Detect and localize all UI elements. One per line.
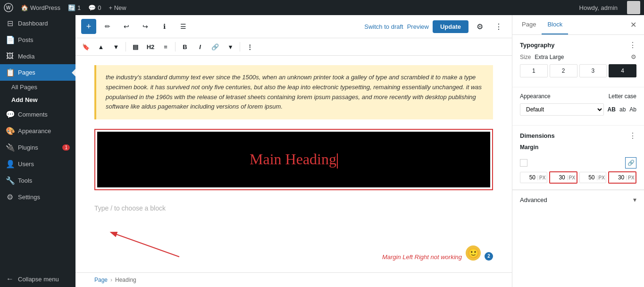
preview-button[interactable]: Preview — [407, 23, 429, 30]
comments-item[interactable]: 💬 0 — [88, 4, 101, 11]
vertical-dots-icon: ⋮ — [495, 22, 502, 31]
site-name-item[interactable]: 🏠 WordPress — [21, 4, 60, 11]
editor-content[interactable]: the industry's standard dummy text ever … — [75, 56, 512, 272]
sidebar-item-users[interactable]: 👤 Users — [0, 156, 75, 172]
move-up-button[interactable]: ▲ — [94, 40, 108, 53]
advanced-section[interactable]: Advanced ▾ — [512, 190, 644, 209]
margin-bottom-input-group: PX — [579, 172, 607, 183]
sidebar-item-label: Users — [18, 160, 34, 168]
size-btn-3[interactable]: 3 — [579, 64, 607, 77]
margin-top-input[interactable] — [520, 172, 537, 183]
breadcrumb-page-link[interactable]: Page — [94, 277, 108, 283]
type-placeholder[interactable]: Type / to choose a block — [94, 200, 493, 217]
sidebar-item-dashboard[interactable]: ⊟ Dashboard — [0, 15, 75, 32]
sidebar-item-plugins[interactable]: 🔌 Plugins 1 — [0, 139, 75, 156]
sidebar-item-settings[interactable]: ⚙ Settings — [0, 189, 75, 205]
toolbar-separator-3 — [240, 42, 240, 51]
size-buttons: 1 2 3 4 — [520, 64, 636, 77]
add-block-button[interactable]: + — [81, 19, 96, 34]
dropdown-button[interactable]: ▾ — [224, 40, 237, 53]
chevron-down-icon: ▼ — [113, 43, 119, 51]
admin-avatar[interactable] — [627, 1, 640, 14]
margin-checkbox[interactable] — [520, 159, 527, 167]
heading-level-button[interactable]: H2 — [144, 40, 157, 53]
margin-top-controls: 🔗 — [520, 157, 636, 169]
comments-icon: 💬 — [88, 4, 96, 11]
margin-left-input[interactable] — [550, 172, 567, 183]
tools-toggle-button[interactable]: ✏ — [100, 19, 115, 34]
size-btn-4[interactable]: 4 — [609, 64, 636, 77]
heading-block-wrapper[interactable]: Main Heading — [94, 129, 493, 190]
plugins-icon: 🔌 — [6, 143, 14, 152]
link-button[interactable]: 🔗 — [209, 40, 222, 53]
sidebar-item-appearance[interactable]: 🎨 Appearance — [0, 123, 75, 139]
annotation-arrow — [94, 231, 189, 259]
heading-block[interactable]: Main Heading — [97, 132, 490, 187]
sidebar-item-label: Comments — [18, 111, 48, 118]
sidebar-item-media[interactable]: 🖼 Media — [0, 48, 75, 64]
block-bookmark-button[interactable]: 🔖 — [79, 40, 92, 53]
typography-more-button[interactable]: ⋮ — [629, 41, 636, 50]
arrow-container — [94, 231, 378, 261]
users-icon: 👤 — [6, 160, 14, 169]
panel-close-button[interactable]: ✕ — [627, 17, 640, 33]
tab-block[interactable]: Block — [542, 15, 568, 34]
link-button[interactable]: 🔗 — [625, 157, 636, 169]
updates-icon: 🔄 — [68, 4, 75, 11]
margin-bottom-input[interactable] — [580, 172, 597, 183]
sidebar-collapse[interactable]: ← Collapse menu — [0, 271, 75, 287]
sidebar-item-comments[interactable]: 💬 Comments — [0, 106, 75, 123]
posts-icon: 📄 — [6, 35, 14, 44]
align-button[interactable]: ▤ — [129, 40, 142, 53]
letter-case-upper[interactable]: AB — [608, 106, 616, 113]
update-button[interactable]: Update — [433, 20, 468, 33]
tab-page[interactable]: Page — [516, 15, 542, 34]
margin-bottom-unit: PX — [597, 175, 606, 180]
wp-logo-item[interactable]: W — [4, 3, 13, 12]
letter-case-lower[interactable]: ab — [619, 106, 626, 113]
margin-left-unit: PX — [567, 175, 577, 180]
info-button[interactable]: ℹ — [157, 19, 172, 34]
letter-case-title[interactable]: Ab — [629, 106, 636, 113]
margin-top-unit: PX — [537, 175, 547, 180]
redo-button[interactable]: ↪ — [138, 19, 153, 34]
more-options-button[interactable]: ⋮ — [491, 19, 506, 34]
admin-bar: W 🏠 WordPress 🔄 1 💬 0 + New Howdy, admin — [0, 0, 644, 15]
size-settings-icon[interactable]: ⚙ — [631, 53, 636, 60]
editor-settings-button[interactable]: ⚙ — [472, 19, 487, 34]
sidebar-item-label: Appearance — [18, 127, 51, 135]
new-label: + New — [109, 4, 126, 11]
text-align-button[interactable]: ≡ — [159, 40, 172, 53]
size-btn-2[interactable]: 2 — [550, 64, 577, 77]
sidebar-item-label: Media — [18, 53, 34, 60]
move-down-button[interactable]: ▼ — [109, 40, 123, 53]
appearance-select[interactable]: Default — [520, 103, 604, 116]
switch-to-draft-button[interactable]: Switch to draft — [364, 23, 403, 30]
updates-count: 1 — [77, 4, 81, 11]
sidebar-item-tools[interactable]: 🔧 Tools — [0, 172, 75, 189]
new-item[interactable]: + New — [109, 4, 126, 11]
collapse-icon: ← — [6, 275, 14, 283]
italic-button[interactable]: I — [193, 40, 207, 53]
list-view-button[interactable]: ☰ — [176, 19, 191, 34]
sidebar: ⊟ Dashboard 📄 Posts 🖼 Media 📋 Pages All … — [0, 15, 75, 287]
updates-item[interactable]: 🔄 1 — [68, 4, 81, 11]
align-icon: ▤ — [133, 43, 138, 51]
undo-button[interactable]: ↩ — [119, 19, 134, 34]
margin-right-input[interactable] — [609, 172, 626, 183]
margin-label: Margin — [520, 144, 538, 151]
dropdown-icon: ▾ — [229, 43, 232, 51]
breadcrumb-separator: › — [110, 277, 112, 283]
sidebar-sub-all-pages[interactable]: All Pages — [0, 81, 75, 93]
sidebar-item-pages[interactable]: 📋 Pages — [0, 64, 75, 81]
bold-button[interactable]: B — [178, 40, 192, 53]
editor-area: + ✏ ↩ ↪ ℹ ☰ Switch to draft Preview Upda… — [75, 15, 512, 287]
howdy-label: Howdy, admin — [579, 4, 618, 11]
size-btn-1[interactable]: 1 — [520, 64, 548, 77]
more-rich-button[interactable]: ⋮ — [243, 40, 256, 53]
size-value: Extra Large — [535, 54, 564, 60]
dimensions-more-button[interactable]: ⋮ — [629, 131, 636, 140]
sidebar-item-posts[interactable]: 📄 Posts — [0, 32, 75, 48]
undo-icon: ↩ — [124, 23, 129, 30]
sidebar-sub-add-new[interactable]: Add New — [0, 93, 75, 106]
